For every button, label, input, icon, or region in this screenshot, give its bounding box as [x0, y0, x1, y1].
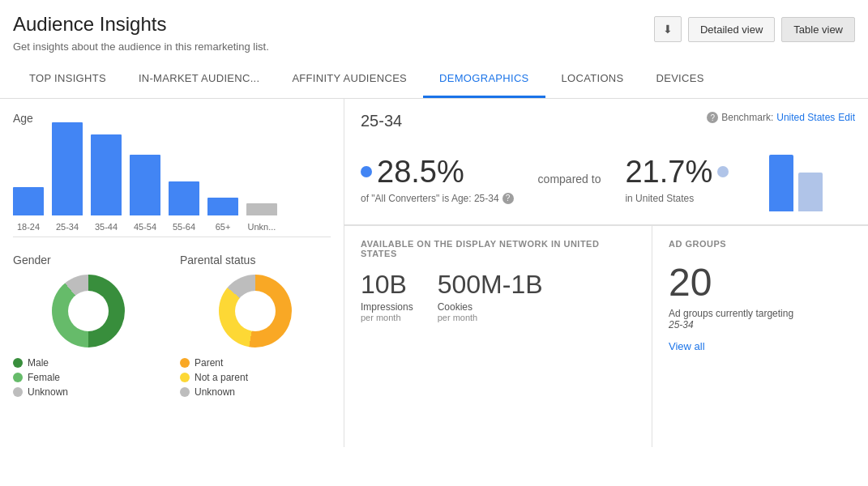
age-section: Age 18-24 25-34 35-44 — [13, 112, 331, 237]
mini-bar-light — [798, 173, 823, 211]
legend-male-label: Male — [28, 357, 49, 369]
mini-bar-blue — [769, 155, 793, 211]
impressions-value: 10B — [361, 270, 413, 300]
parental-legend: Parent Not a parent Unknown — [180, 357, 331, 398]
main-pct-sub-text: of "All Converters" is Age: 25-34 — [361, 193, 499, 204]
main-pct-value: 28.5% — [377, 155, 464, 190]
benchmark-location-link[interactable]: United States — [776, 112, 835, 123]
legend-unknown-parental: Unknown — [180, 386, 331, 398]
main-stat: 28.5% of "All Converters" is Age: 25-34 … — [361, 155, 514, 204]
legend-female: Female — [13, 372, 164, 383]
bar-18-24-rect — [13, 187, 44, 215]
cookies-label: Cookies — [438, 301, 543, 313]
bar-45-54-label: 45-54 — [134, 222, 156, 232]
bar-55-64-rect — [169, 181, 199, 215]
main-pct-dot — [361, 166, 372, 177]
download-button[interactable]: ⬇ — [654, 16, 682, 42]
main-content: Age 18-24 25-34 35-44 — [0, 99, 868, 447]
legend-not-parent-dot — [180, 373, 190, 382]
impressions-label: Impressions — [361, 301, 413, 313]
ad-groups-sub: Ad groups currently targeting 25-34 — [669, 308, 852, 330]
bar-65plus: 65+ — [207, 198, 238, 232]
page-title: Audience Insights — [13, 13, 269, 36]
ad-groups-sub2: 25-34 — [669, 319, 694, 330]
bar-45-54: 45-54 — [130, 155, 160, 232]
info-icon: ? — [502, 193, 514, 204]
us-pct-value: 21.7% — [625, 155, 712, 190]
legend-unknown-parental-label: Unknown — [195, 386, 235, 398]
bottom-right: AVAILABLE ON THE DISPLAY NETWORK IN UNIT… — [344, 225, 868, 447]
legend-unknown-gender-dot — [13, 387, 23, 397]
parental-donut — [219, 275, 292, 347]
tab-locations[interactable]: LOCATIONS — [545, 61, 640, 98]
tab-affinity[interactable]: AFFINITY AUDIENCES — [276, 61, 423, 98]
tab-top-insights[interactable]: TOP INSIGHTS — [13, 61, 122, 98]
ad-groups-panel: AD GROUPS 20 Ad groups currently targeti… — [652, 226, 868, 447]
gender-section: Gender Male Female Unknown — [13, 254, 164, 401]
network-stats: 10B Impressions per month 500M-1B Cookie… — [361, 270, 635, 322]
compared-label: compared to — [538, 173, 601, 185]
bar-18-24: 18-24 — [13, 187, 44, 232]
legend-not-parent-label: Not a parent — [195, 372, 248, 383]
legend-unknown-gender-label: Unknown — [28, 386, 68, 398]
main-percentage: 28.5% — [361, 155, 514, 190]
right-panel: 25-34 28.5% of "All Converters" is Age: … — [344, 99, 868, 447]
view-all-link[interactable]: View all — [669, 340, 705, 352]
stats-row: 28.5% of "All Converters" is Age: 25-34 … — [361, 147, 852, 211]
parental-title: Parental status — [180, 254, 331, 266]
bar-55-64: 55-64 — [169, 181, 199, 232]
table-view-button[interactable]: Table view — [781, 17, 855, 42]
legend-not-parent: Not a parent — [180, 372, 331, 383]
bar-65plus-rect — [207, 198, 238, 215]
cookies-stat: 500M-1B Cookies per month — [438, 270, 543, 322]
parental-donut-hole — [235, 291, 276, 331]
us-pct-dot — [717, 166, 729, 177]
left-panel: Age 18-24 25-34 35-44 — [0, 99, 344, 447]
network-panel: AVAILABLE ON THE DISPLAY NETWORK IN UNIT… — [344, 226, 652, 447]
bar-unknown-rect — [246, 203, 277, 215]
bar-25-34-label: 25-34 — [56, 222, 79, 232]
legend-parent-label: Parent — [195, 357, 223, 369]
bar-25-34: 25-34 — [52, 122, 83, 232]
us-percentage: 21.7% — [625, 155, 729, 190]
bar-35-44-label: 35-44 — [95, 222, 118, 232]
bar-18-24-label: 18-24 — [17, 222, 40, 232]
bar-25-34-rect — [52, 122, 83, 215]
network-panel-title: AVAILABLE ON THE DISPLAY NETWORK IN UNIT… — [361, 239, 635, 258]
legend-parent: Parent — [180, 357, 331, 369]
impressions-stat: 10B Impressions per month — [361, 270, 413, 322]
bar-55-64-label: 55-64 — [173, 222, 195, 232]
page-header: Audience Insights Get insights about the… — [0, 0, 868, 61]
detailed-view-button[interactable]: Detailed view — [688, 17, 775, 42]
parental-section: Parental status Parent Not a parent — [180, 254, 331, 401]
cookies-value: 500M-1B — [438, 270, 543, 300]
gender-legend: Male Female Unknown — [13, 357, 164, 398]
ad-groups-sub1: Ad groups currently targeting — [669, 308, 793, 319]
main-pct-sub: of "All Converters" is Age: 25-34 ? — [361, 193, 514, 204]
bar-65plus-label: 65+ — [216, 222, 231, 232]
tab-demographics[interactable]: DEMOGRAPHICS — [423, 61, 545, 98]
cookies-sub: per month — [438, 313, 543, 322]
us-pct-sub: in United States — [625, 193, 729, 204]
bar-35-44-rect — [91, 134, 122, 215]
age-bars: 18-24 25-34 35-44 45-54 — [13, 134, 331, 232]
bar-unknown: Unkn... — [246, 203, 277, 232]
age-detail-top: 25-34 28.5% of "All Converters" is Age: … — [344, 99, 868, 225]
legend-female-label: Female — [28, 372, 60, 383]
benchmark-info-icon: ? — [707, 112, 718, 123]
tab-in-market[interactable]: IN-MARKET AUDIENC... — [122, 61, 276, 98]
bar-35-44: 35-44 — [91, 134, 122, 232]
benchmark-text: Benchmark: — [721, 112, 773, 123]
impressions-sub: per month — [361, 313, 413, 322]
age-chart: 18-24 25-34 35-44 45-54 — [13, 134, 331, 237]
gender-title: Gender — [13, 254, 164, 266]
tab-devices[interactable]: DEVICES — [639, 61, 720, 98]
comparison-bars — [769, 147, 823, 211]
page-subtitle: Get insights about the audience in this … — [13, 40, 269, 53]
legend-female-dot — [13, 373, 23, 382]
bottom-left: Gender Male Female Unknown — [13, 254, 331, 401]
header-actions: ⬇ Detailed view Table view — [654, 16, 855, 42]
benchmark-edit-link[interactable]: Edit — [838, 112, 855, 123]
us-stat: 21.7% in United States — [625, 155, 729, 204]
bar-unknown-label: Unkn... — [248, 222, 276, 232]
